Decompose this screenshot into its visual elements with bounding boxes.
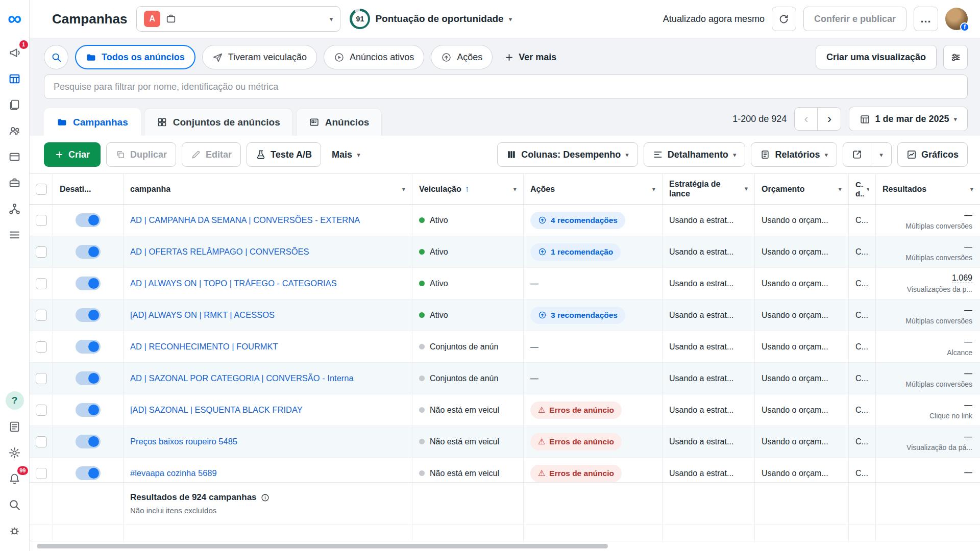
delivery-dot bbox=[419, 249, 425, 255]
filter-pill-actions[interactable]: Ações bbox=[431, 45, 493, 69]
meta-logo[interactable]: ∞ bbox=[8, 5, 21, 32]
prev-page-button[interactable]: ‹ bbox=[794, 107, 818, 131]
info-icon[interactable] bbox=[261, 493, 270, 502]
row-checkbox[interactable] bbox=[36, 215, 47, 226]
ad-errors-pill[interactable]: ⚠ Erros de anúncio bbox=[530, 433, 622, 450]
result-label: Alcance bbox=[947, 348, 972, 357]
header-actions[interactable]: Ações ▾ bbox=[524, 174, 663, 204]
row-checkbox[interactable] bbox=[36, 278, 47, 289]
scrollbar-thumb[interactable] bbox=[37, 544, 608, 548]
sidebar-item-notes[interactable] bbox=[3, 415, 27, 438]
columns-button[interactable]: Colunas: Desempenho ▾ bbox=[497, 142, 638, 167]
header-cost-truncated[interactable]: C... d... ▾ bbox=[849, 174, 876, 204]
result-value: — bbox=[964, 468, 972, 477]
sidebar-item-help[interactable]: ? bbox=[3, 389, 27, 412]
duplicate-button[interactable]: Duplicar bbox=[106, 142, 176, 167]
header-toggle[interactable]: Desati... bbox=[53, 174, 124, 204]
tab-adsets[interactable]: Conjuntos de anúncios bbox=[144, 108, 293, 136]
date-range-button[interactable]: 1 de mar de 2025 ▾ bbox=[849, 107, 968, 131]
recommendations-pill[interactable]: 3 recomendações bbox=[530, 307, 625, 324]
campaign-toggle[interactable] bbox=[76, 340, 101, 354]
row-checkbox[interactable] bbox=[36, 246, 47, 258]
search-input[interactable] bbox=[44, 74, 968, 99]
header-budget[interactable]: Orçamento ▾ bbox=[755, 174, 849, 204]
recommendations-pill[interactable]: 1 recomendação bbox=[530, 243, 621, 261]
export-caret-button[interactable]: ▾ bbox=[871, 142, 892, 167]
sidebar-item-all-tools[interactable] bbox=[3, 223, 27, 246]
export-button[interactable] bbox=[843, 142, 871, 167]
sidebar-item-ads-tools[interactable] bbox=[3, 171, 27, 194]
see-more-filters-button[interactable]: Ver mais bbox=[499, 52, 561, 63]
header-bid-strategy[interactable]: Estratégia de lance ▾ bbox=[663, 174, 755, 204]
tab-ads-label: Anúncios bbox=[325, 117, 370, 128]
row-checkbox[interactable] bbox=[36, 310, 47, 321]
tab-ads[interactable]: Anúncios bbox=[296, 108, 382, 136]
avatar[interactable]: f bbox=[945, 8, 968, 30]
sidebar-item-billing[interactable] bbox=[3, 145, 27, 168]
next-page-button[interactable]: › bbox=[818, 107, 841, 131]
sidebar-item-overview[interactable]: 1 bbox=[3, 41, 27, 64]
opportunity-score[interactable]: 91 Pontuação de oportunidade ▾ bbox=[350, 9, 512, 29]
sidebar-item-settings[interactable] bbox=[3, 441, 27, 464]
account-selector[interactable]: A ▾ bbox=[136, 6, 340, 32]
row-checkbox[interactable] bbox=[36, 436, 47, 447]
campaign-link[interactable]: AD | RECONHECIMENTO | FOURMKT bbox=[130, 342, 278, 352]
row-checkbox[interactable] bbox=[36, 373, 47, 384]
charts-button[interactable]: Gráficos bbox=[897, 142, 968, 167]
campaign-toggle[interactable] bbox=[76, 277, 101, 290]
edit-button[interactable]: Editar bbox=[182, 142, 241, 167]
campaign-toggle[interactable] bbox=[76, 371, 101, 385]
campaign-toggle[interactable] bbox=[76, 308, 101, 322]
review-publish-button[interactable]: Conferir e publicar bbox=[803, 7, 906, 31]
campaign-link[interactable]: [AD] ALWAYS ON | RMKT | ACESSOS bbox=[130, 310, 275, 320]
header-delivery[interactable]: Veiculação ↑ ▾ bbox=[412, 174, 524, 204]
row-checkbox[interactable] bbox=[36, 405, 47, 416]
delivery-cell: Não está em veicul bbox=[412, 394, 524, 425]
sidebar-item-report-bug[interactable] bbox=[3, 519, 27, 542]
row-checkbox[interactable] bbox=[36, 341, 47, 353]
row-toggle-cell bbox=[53, 299, 124, 331]
filter-pill-had-delivery[interactable]: Tiveram veiculação bbox=[202, 45, 317, 69]
filter-pill-active-ads[interactable]: Anúncios ativos bbox=[324, 45, 424, 69]
ad-errors-pill[interactable]: ⚠ Erros de anúncio bbox=[530, 402, 622, 419]
sidebar-item-campaigns[interactable] bbox=[3, 67, 27, 90]
campaign-toggle[interactable] bbox=[76, 403, 101, 417]
select-all-checkbox[interactable] bbox=[36, 184, 47, 195]
ab-test-button[interactable]: Teste A/B bbox=[247, 142, 321, 167]
breakdown-button[interactable]: Detalhamento ▾ bbox=[644, 142, 746, 167]
campaign-toggle[interactable] bbox=[76, 466, 101, 480]
create-view-button[interactable]: Criar uma visualização bbox=[816, 45, 937, 69]
sidebar-item-pages[interactable] bbox=[3, 93, 27, 116]
refresh-button[interactable] bbox=[772, 7, 796, 31]
campaign-toggle[interactable] bbox=[76, 435, 101, 448]
campaign-link[interactable]: AD | CAMPANHA DA SEMANA | CONVERSÕES - E… bbox=[130, 215, 360, 225]
more-options-button[interactable]: … bbox=[914, 7, 938, 31]
more-menu-button[interactable]: Mais ▾ bbox=[327, 149, 365, 160]
reports-button[interactable]: Relatórios ▾ bbox=[751, 142, 837, 167]
filter-pill-all-ads[interactable]: Todos os anúncios bbox=[75, 45, 195, 69]
campaign-link[interactable]: AD | OFERTAS RELÂMPAGO | CONVERSÕES bbox=[130, 247, 309, 257]
header-results[interactable]: Resultados ▾ bbox=[876, 174, 980, 204]
sidebar-item-search[interactable] bbox=[3, 493, 27, 516]
row-checkbox[interactable] bbox=[36, 468, 47, 479]
campaign-link[interactable]: AD | ALWAYS ON | TOPO | TRÁFEGO - CATEGO… bbox=[130, 279, 337, 288]
results-cell: — Múltiplas conversões bbox=[876, 236, 980, 267]
sidebar-item-audiences[interactable] bbox=[3, 119, 27, 142]
campaign-toggle[interactable] bbox=[76, 245, 101, 259]
header-campaign[interactable]: campanha ▾ bbox=[124, 174, 412, 204]
campaign-toggle[interactable] bbox=[76, 213, 101, 227]
delivery-dot bbox=[419, 470, 425, 476]
sidebar-item-notifications[interactable]: 99 bbox=[3, 467, 27, 490]
campaign-link[interactable]: [AD] SAZONAL | ESQUENTA BLACK FRIDAY bbox=[130, 405, 303, 415]
campaign-link[interactable]: #levaapa cozinha 5689 bbox=[130, 468, 217, 478]
create-button[interactable]: Criar bbox=[44, 142, 101, 167]
delivery-cell: Não está em veicul bbox=[412, 458, 524, 482]
filter-settings-button[interactable] bbox=[943, 45, 968, 69]
recommendations-pill[interactable]: 4 recomendações bbox=[530, 212, 625, 229]
campaign-link[interactable]: AD | SAZONAL POR CATEGORIA | CONVERSÃO -… bbox=[130, 373, 354, 383]
sidebar-item-partners[interactable] bbox=[3, 197, 27, 220]
tab-campaigns[interactable]: Campanhas bbox=[44, 108, 141, 136]
campaign-link[interactable]: Preços baixos roupeiro 5485 bbox=[130, 437, 237, 446]
filter-search-button[interactable] bbox=[44, 45, 68, 69]
ad-errors-pill[interactable]: ⚠ Erros de anúncio bbox=[530, 465, 622, 482]
